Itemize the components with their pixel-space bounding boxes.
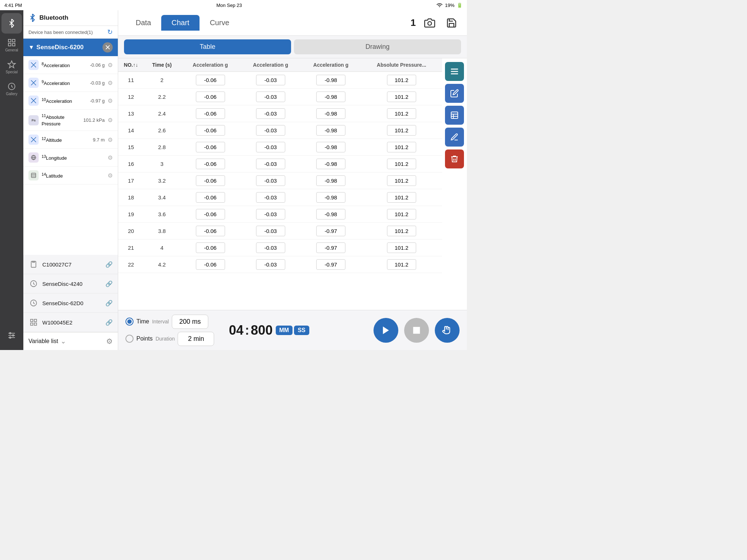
play-button[interactable] (374, 318, 398, 343)
nav-item-gallery[interactable]: Gallery (1, 79, 22, 99)
sensor-gear-13[interactable]: ⚙ (108, 154, 113, 161)
tab-chart[interactable]: Chart (161, 15, 200, 31)
action-delete-button[interactable] (445, 149, 464, 168)
time-interval-input[interactable]: 200 ms (172, 315, 208, 329)
points-duration-input[interactable]: 2 min (178, 332, 214, 346)
table-row: 18 3.4 -0.06 -0.03 -0.98 101.2 (118, 189, 442, 206)
battery-text: 19% (445, 3, 454, 8)
sensor-gear-11[interactable]: ⚙ (108, 117, 113, 124)
sensor-num-name-14: 14Latitude (42, 173, 63, 179)
status-date: Mon Sep 23 (216, 3, 242, 8)
variable-list-settings-icon[interactable]: ⚙ (106, 337, 113, 346)
header-acc3[interactable]: Acceleration g (301, 58, 361, 72)
points-radio[interactable] (125, 335, 133, 343)
sensor-num-name-13: 13Longitude (42, 155, 67, 161)
device-icon-w100045e2 (28, 317, 39, 327)
sensor-gear-8[interactable]: ⚙ (108, 62, 113, 69)
cell-acc3: -0.98 (301, 72, 361, 89)
sub-tab-table[interactable]: Table (124, 39, 291, 54)
touch-button[interactable] (435, 318, 460, 343)
tab-data[interactable]: Data (125, 15, 161, 31)
cell-time: 4.2 (144, 256, 180, 273)
header-acc2[interactable]: Acceleration g (240, 58, 301, 72)
cell-no: 11 (118, 72, 144, 89)
device-item-senseDisc62d0: SenseDisc-62D0 🔗 (23, 293, 118, 313)
points-label: Points (136, 335, 152, 342)
mm-button[interactable]: MM (276, 326, 293, 335)
sensor-item-12: 12Altitude 9.7 m ⚙ (23, 131, 118, 149)
device-name-senseDisc4240: SenseDisc-4240 (42, 281, 102, 287)
wifi-icon (436, 2, 443, 8)
svg-rect-0 (8, 39, 11, 42)
variable-list-bar: Variable list ⌄ ⚙ (23, 332, 118, 350)
nav-item-general[interactable]: General (1, 35, 22, 55)
cell-acc3: -0.98 (301, 122, 361, 139)
variable-list-text: Variable list (28, 338, 58, 345)
device-link-4240[interactable]: 🔗 (105, 280, 113, 287)
camera-button[interactable] (422, 15, 438, 31)
table-row: 19 3.6 -0.06 -0.03 -0.98 101.2 (118, 206, 442, 223)
svg-point-9 (9, 332, 11, 334)
sub-tab-drawing[interactable]: Drawing (294, 39, 461, 54)
sensor-value-8: -0.06 g (90, 62, 105, 68)
cell-acc2: -0.03 (240, 240, 301, 256)
ss-button[interactable]: SS (294, 326, 309, 335)
time-radio[interactable] (125, 318, 133, 326)
header-time[interactable]: Time (s) (144, 58, 180, 72)
sensor-gear-9[interactable]: ⚙ (108, 79, 113, 86)
sensor-num-name-10: 10Acceleration (42, 98, 72, 104)
cell-time: 3.8 (144, 223, 180, 240)
cell-time: 2.8 (144, 139, 180, 156)
svg-point-24 (428, 22, 431, 25)
top-tabs: Data Chart Curve 1 (118, 10, 467, 36)
chevron-down-icon[interactable]: ⌄ (61, 337, 66, 345)
header-no[interactable]: NO.↑↓ (118, 58, 144, 72)
cell-acc2: -0.03 (240, 223, 301, 240)
device-link-62d0[interactable]: 🔗 (105, 300, 113, 307)
device-name-w100045e2: W100045E2 (42, 319, 102, 326)
nav-item-special[interactable]: Special (1, 57, 22, 77)
svg-rect-33 (413, 327, 420, 334)
cell-pres: 101.2 (361, 240, 442, 256)
sensor-icon-8 (28, 60, 39, 70)
cell-acc3: -0.98 (301, 206, 361, 223)
nav-item-settings[interactable] (1, 325, 22, 346)
close-icon[interactable]: ✕ (102, 42, 113, 52)
tab-curve[interactable]: Curve (200, 15, 239, 31)
nav-item-bluetooth[interactable] (1, 13, 22, 34)
table-row: 12 2.2 -0.06 -0.03 -0.98 101.2 (118, 89, 442, 105)
sensor-gear-12[interactable]: ⚙ (108, 136, 113, 143)
device-link-c100027c7[interactable]: 🔗 (105, 261, 113, 268)
stop-button[interactable] (404, 318, 429, 343)
sensor-num-name-9: 9Acceleration (42, 81, 70, 86)
cell-acc2: -0.03 (240, 105, 301, 122)
action-table-button[interactable] (445, 106, 464, 125)
cell-acc1: -0.06 (180, 72, 240, 89)
table-row: 11 2 -0.06 -0.03 -0.98 101.2 (118, 72, 442, 89)
sensor-gear-14[interactable]: ⚙ (108, 172, 113, 179)
cell-acc3: -0.98 (301, 156, 361, 172)
sensor-icon-14 (28, 170, 39, 180)
bluetooth-label: Bluetooth (28, 14, 68, 22)
cell-no: 12 (118, 89, 144, 105)
save-button[interactable] (444, 15, 460, 31)
refresh-button[interactable]: ↻ (107, 28, 113, 36)
sensor-gear-10[interactable]: ⚙ (108, 97, 113, 104)
action-list-button[interactable] (445, 62, 464, 81)
active-device[interactable]: ▼ SenseDisc-6200 ✕ (23, 39, 118, 56)
table-row: 22 4.2 -0.06 -0.03 -0.97 101.2 (118, 256, 442, 273)
header-acc1[interactable]: Acceleration g (180, 58, 240, 72)
cell-acc2: -0.03 (240, 206, 301, 223)
bottom-bar: Time Interval 200 ms Points Duration 2 m… (118, 310, 467, 350)
action-draw-button[interactable] (445, 128, 464, 147)
action-edit-button[interactable] (445, 84, 464, 103)
svg-rect-22 (31, 323, 33, 325)
time-sublabel: Interval (152, 319, 169, 324)
status-right: 19% 🔋 (436, 2, 462, 8)
cell-time: 3.4 (144, 189, 180, 206)
cell-acc1: -0.06 (180, 172, 240, 189)
content-row: NO.↑↓ Time (s) Acceleration g Accelerati… (118, 58, 467, 310)
header-pres[interactable]: Absolute Pressure... (361, 58, 442, 72)
device-link-w100045e2[interactable]: 🔗 (105, 319, 113, 326)
cell-no: 19 (118, 206, 144, 223)
